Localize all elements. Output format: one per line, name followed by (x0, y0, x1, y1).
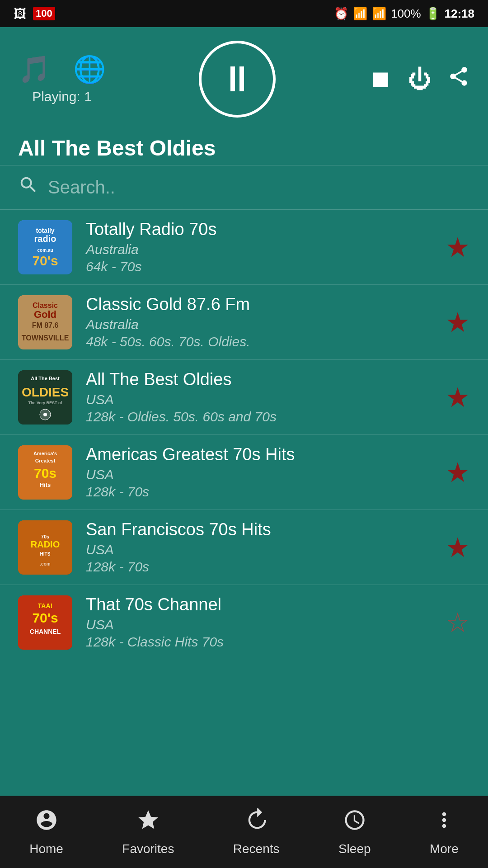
sleep-label: Sleep (338, 842, 371, 856)
battery-icon: 🔋 (426, 7, 440, 21)
svg-text:All The Best: All The Best (31, 376, 60, 381)
power-icon[interactable]: ⏻ (408, 66, 432, 93)
search-input[interactable] (48, 177, 470, 198)
station-country: Australia (86, 317, 436, 332)
favorite-button[interactable]: ★ (436, 382, 470, 413)
right-controls: ⏹ ⏻ (369, 65, 470, 93)
station-logo: TAA! 70's CHANNEL (18, 595, 72, 650)
player-header: 🎵 🌐 Playing: 1 ⏸ ⏹ ⏻ (0, 27, 488, 127)
station-info: Totally Radio 70s Australia 64k - 70s (86, 220, 436, 274)
favorite-button[interactable]: ★ (436, 532, 470, 563)
station-country: USA (86, 392, 436, 407)
pause-icon: ⏸ (219, 61, 255, 97)
station-item[interactable]: totally radio com.au 70's Totally Radio … (0, 210, 488, 285)
favorites-icon (136, 808, 160, 837)
svg-text:.com: .com (40, 561, 50, 566)
recents-label: Recents (233, 842, 280, 856)
nav-item-sleep[interactable]: Sleep (329, 804, 380, 861)
svg-text:OLDIES: OLDIES (22, 385, 69, 399)
svg-text:70s: 70s (34, 466, 56, 481)
playing-label: Playing: 1 (32, 89, 92, 104)
station-name: Classic Gold 87.6 Fm (86, 295, 436, 314)
station-meta: 128k - 70s (86, 559, 436, 575)
svg-text:The Very BEST of: The Very BEST of (28, 401, 62, 405)
nav-item-favorites[interactable]: Favorites (113, 804, 183, 861)
station-item[interactable]: Classic Gold FM 87.6 TOWNSVILLE Classic … (0, 285, 488, 360)
svg-text:HITS: HITS (40, 552, 51, 557)
svg-point-15 (43, 413, 47, 416)
left-controls: 🎵 🌐 Playing: 1 (18, 54, 106, 104)
svg-text:RADIO: RADIO (31, 539, 60, 549)
status-left: 🖼 100 (14, 6, 55, 21)
svg-text:radio: radio (34, 234, 56, 244)
status-right: ⏰ 📶 📶 100% 🔋 12:18 (334, 7, 474, 21)
svg-text:CHANNEL: CHANNEL (30, 628, 61, 635)
more-label: More (430, 842, 459, 856)
station-name: San Franciscos 70s Hits (86, 520, 436, 539)
station-name: All The Best Oldies (86, 370, 436, 389)
station-logo: America's Greatest 70s Hits (18, 445, 72, 500)
station-name: Americas Greatest 70s Hits (86, 445, 436, 464)
svg-text:Hits: Hits (40, 481, 51, 488)
more-icon (432, 808, 456, 837)
app-icon: 100 (33, 7, 55, 20)
station-name-heading: All The Best Oldies (18, 136, 470, 160)
station-info: Classic Gold 87.6 Fm Australia 48k - 50s… (86, 295, 436, 349)
station-item[interactable]: TAA! 70's CHANNEL That 70s Channel USA 1… (0, 585, 488, 660)
svg-text:Classic: Classic (33, 302, 58, 309)
time-label: 12:18 (445, 7, 475, 21)
station-item[interactable]: America's Greatest 70s Hits Americas Gre… (0, 435, 488, 510)
station-logo: Classic Gold FM 87.6 TOWNSVILLE (18, 295, 72, 349)
station-item[interactable]: 70s RADIO HITS .com San Franciscos 70s H… (0, 510, 488, 585)
search-icon (18, 175, 39, 200)
station-list: totally radio com.au 70's Totally Radio … (0, 210, 488, 788)
search-bar[interactable] (0, 165, 488, 210)
signal-icon: 📶 (372, 7, 386, 21)
station-name: Totally Radio 70s (86, 220, 436, 239)
battery-label: 100% (391, 7, 421, 21)
station-meta: 64k - 70s (86, 259, 436, 274)
svg-text:70s: 70s (41, 534, 49, 539)
station-meta: 48k - 50s. 60s. 70s. Oldies. (86, 334, 436, 349)
nav-item-home[interactable]: Home (20, 804, 72, 861)
nav-item-recents[interactable]: Recents (224, 804, 289, 861)
home-label: Home (29, 842, 63, 856)
photo-icon: 🖼 (14, 6, 26, 21)
svg-text:com.au: com.au (37, 248, 53, 253)
bottom-nav: Home Favorites Recents Sleep (0, 796, 488, 868)
recents-icon (244, 808, 268, 837)
alarm-icon: ⏰ (334, 7, 348, 21)
svg-text:totally: totally (36, 227, 54, 234)
favorites-label: Favorites (122, 842, 174, 856)
pause-button[interactable]: ⏸ (199, 41, 276, 118)
svg-text:Greatest: Greatest (35, 458, 56, 463)
station-logo: 70s RADIO HITS .com (18, 520, 72, 575)
globe-icon[interactable]: 🌐 (73, 54, 106, 85)
favorite-button[interactable]: ★ (436, 457, 470, 488)
share-icon[interactable] (447, 65, 470, 93)
station-info: Americas Greatest 70s Hits USA 128k - 70… (86, 445, 436, 500)
favorite-button[interactable]: ★ (436, 307, 470, 338)
station-item[interactable]: All The Best OLDIES The Very BEST of All… (0, 360, 488, 435)
stop-icon[interactable]: ⏹ (369, 66, 392, 93)
favorite-button[interactable]: ★ (436, 231, 470, 263)
svg-text:America's: America's (33, 451, 57, 456)
station-country: Australia (86, 242, 436, 257)
wifi-icon: 📶 (353, 7, 367, 21)
music-note-icon[interactable]: 🎵 (18, 54, 51, 85)
current-station-title: All The Best Oldies (0, 127, 488, 165)
station-name: That 70s Channel (86, 595, 436, 614)
svg-text:70's: 70's (32, 610, 58, 625)
nav-item-more[interactable]: More (421, 804, 468, 861)
station-info: San Franciscos 70s Hits USA 128k - 70s (86, 520, 436, 575)
controls-row: 🎵 🌐 Playing: 1 ⏸ ⏹ ⏻ (18, 41, 470, 118)
svg-text:Gold: Gold (34, 309, 56, 320)
station-logo: All The Best OLDIES The Very BEST of (18, 370, 72, 425)
svg-text:TOWNSVILLE: TOWNSVILLE (22, 334, 69, 342)
svg-text:FM 87.6: FM 87.6 (32, 321, 59, 329)
sleep-icon (343, 808, 366, 837)
left-icons: 🎵 🌐 (18, 54, 106, 85)
station-country: USA (86, 617, 436, 632)
station-info: All The Best Oldies USA 128k - Oldies. 5… (86, 370, 436, 425)
favorite-button[interactable]: ☆ (436, 607, 470, 638)
